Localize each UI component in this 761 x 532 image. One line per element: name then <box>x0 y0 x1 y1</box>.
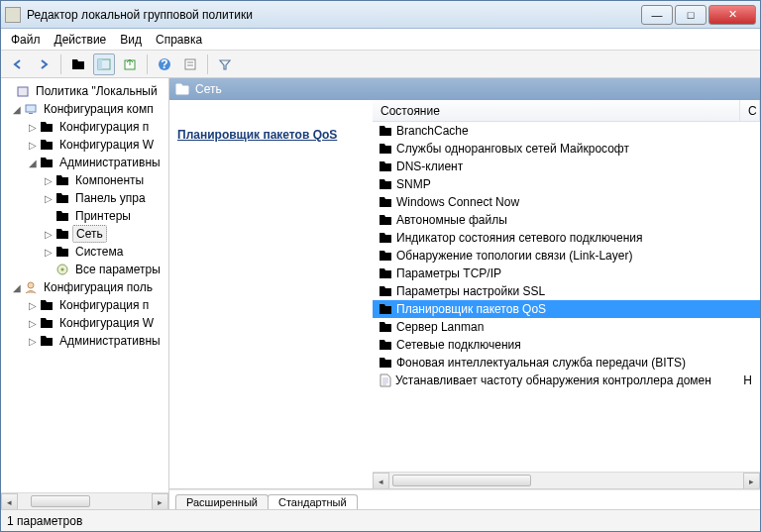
properties-button[interactable] <box>179 53 201 75</box>
list-item-label: Windows Connect Now <box>396 195 519 209</box>
tree-item[interactable]: Конфигурация W <box>56 137 157 153</box>
list-item-label: Службы одноранговых сетей Майкрософт <box>396 142 629 156</box>
content-header: Сеть <box>169 78 760 100</box>
folder-icon <box>379 357 392 369</box>
expand-icon[interactable]: ◢ <box>11 282 23 293</box>
expand-icon[interactable]: ▷ <box>43 229 54 240</box>
folder-icon <box>379 303 392 315</box>
show-tree-button[interactable] <box>93 53 115 75</box>
expand-icon[interactable]: ▷ <box>27 336 39 347</box>
policy-root-icon <box>15 84 31 98</box>
folder-icon <box>175 83 189 95</box>
list-item[interactable]: Параметры TCP/IP <box>373 265 760 282</box>
tree-item[interactable]: Административны <box>56 155 163 170</box>
list-item[interactable]: Параметры настройки SSL <box>373 282 760 300</box>
menu-action[interactable]: Действие <box>54 33 107 47</box>
up-button[interactable] <box>67 53 89 75</box>
expand-icon[interactable]: ▷ <box>43 175 54 186</box>
list-item[interactable]: BranchCache <box>373 122 760 140</box>
folder-icon <box>379 285 392 297</box>
folder-icon <box>379 232 392 244</box>
list-item-label: Индикатор состояния сетевого подключения <box>396 231 643 245</box>
forward-button[interactable] <box>33 53 54 75</box>
tree-root[interactable]: Политика "Локальный <box>33 83 161 99</box>
svg-rect-10 <box>29 113 33 114</box>
list-item[interactable]: Автономные файлы <box>373 211 760 229</box>
folder-icon <box>379 160 392 172</box>
minimize-button[interactable]: — <box>641 5 673 25</box>
expand-icon[interactable]: ▷ <box>27 300 39 311</box>
tab-standard[interactable]: Стандартный <box>268 494 358 509</box>
folder-icon <box>379 321 392 333</box>
list-item-label: SNMP <box>396 177 431 191</box>
list-item-label: Автономные файлы <box>396 213 507 227</box>
col-c[interactable]: С <box>740 100 760 121</box>
tree-item[interactable]: Конфигурация п <box>56 297 152 313</box>
list-item-col2: Н <box>743 373 760 387</box>
toolbar: ? <box>1 51 760 78</box>
app-window: Редактор локальной групповой политики — … <box>0 0 761 532</box>
list-item[interactable]: Индикатор состояния сетевого подключения <box>373 229 760 247</box>
tree-user-conf[interactable]: Конфигурация поль <box>41 279 156 295</box>
window-title: Редактор локальной групповой политики <box>27 8 641 22</box>
filter-button[interactable] <box>214 53 236 75</box>
list-item-label: Устанавливает частоту обнаружения контро… <box>395 373 711 387</box>
menu-help[interactable]: Справка <box>156 33 202 47</box>
list-item-label: DNS-клиент <box>396 160 463 173</box>
tree-comp-conf[interactable]: Конфигурация комп <box>41 101 157 117</box>
col-state[interactable]: Состояние <box>373 100 740 121</box>
list-item[interactable]: Фоновая интеллектуальная служба передачи… <box>373 354 760 372</box>
list-hscrollbar[interactable]: ◂ ▸ <box>373 472 760 488</box>
tree-item[interactable]: Конфигурация W <box>56 315 157 331</box>
content-header-title: Сеть <box>195 82 222 96</box>
expand-icon[interactable]: ▷ <box>43 193 54 204</box>
list-item[interactable]: SNMP <box>373 175 760 193</box>
expand-icon[interactable]: ▷ <box>27 140 39 151</box>
help-button[interactable]: ? <box>154 53 175 75</box>
export-button[interactable] <box>119 53 141 75</box>
tree-item[interactable]: Административны <box>56 333 163 349</box>
menu-view[interactable]: Вид <box>120 33 142 47</box>
maximize-button[interactable]: □ <box>675 5 707 25</box>
list-item[interactable]: Планировщик пакетов QoS <box>373 300 760 318</box>
expand-icon[interactable]: ▷ <box>43 247 54 258</box>
list-item[interactable]: Сервер Lanman <box>373 318 760 336</box>
tree-item[interactable]: Все параметры <box>72 262 163 277</box>
list-item-label: Планировщик пакетов QoS <box>396 302 546 316</box>
status-text: 1 параметров <box>7 514 82 528</box>
list-item[interactable]: DNS-клиент <box>373 158 760 175</box>
expand-icon[interactable]: ◢ <box>27 158 39 168</box>
tree-item[interactable]: Конфигурация п <box>56 119 152 135</box>
back-button[interactable] <box>7 53 29 75</box>
tree-item[interactable]: Система <box>72 244 126 260</box>
list-item[interactable]: Windows Connect Now <box>373 193 760 211</box>
tree-panel: Политика "Локальный ◢Конфигурация комп ▷… <box>1 78 169 509</box>
folder-icon <box>379 339 392 351</box>
svg-rect-8 <box>18 87 28 96</box>
expand-icon[interactable]: ◢ <box>11 104 23 115</box>
list-item[interactable]: Сетевые подключения <box>373 336 760 354</box>
list-header: Состояние С <box>373 100 760 122</box>
expand-icon[interactable]: ▷ <box>27 122 39 133</box>
tree-item[interactable]: Принтеры <box>72 208 134 224</box>
menu-file[interactable]: Файл <box>11 33 41 47</box>
detail-heading: Планировщик пакетов QoS <box>177 128 365 142</box>
folder-icon <box>379 250 392 262</box>
computer-icon <box>23 102 39 116</box>
list-item[interactable]: Обнаружение топологии связи (Link-Layer) <box>373 247 760 265</box>
expand-icon[interactable]: ▷ <box>27 318 39 329</box>
tree-hscrollbar[interactable]: ◂ ▸ <box>1 492 168 509</box>
tab-extended[interactable]: Расширенный <box>175 494 269 509</box>
svg-rect-9 <box>26 105 36 112</box>
folder-icon <box>379 143 392 155</box>
tree-item[interactable]: Компоненты <box>72 172 147 188</box>
list-item[interactable]: Устанавливает частоту обнаружения контро… <box>373 372 760 389</box>
tree-item-network[interactable]: Сеть <box>72 225 107 243</box>
list-item[interactable]: Службы одноранговых сетей Майкрософт <box>373 140 760 158</box>
list-item-label: Параметры настройки SSL <box>396 284 545 298</box>
tree-item[interactable]: Панель упра <box>72 190 149 206</box>
svg-point-12 <box>61 268 64 271</box>
close-button[interactable]: ✕ <box>708 5 756 25</box>
menubar: Файл Действие Вид Справка <box>1 29 760 51</box>
folder-icon <box>379 125 392 137</box>
